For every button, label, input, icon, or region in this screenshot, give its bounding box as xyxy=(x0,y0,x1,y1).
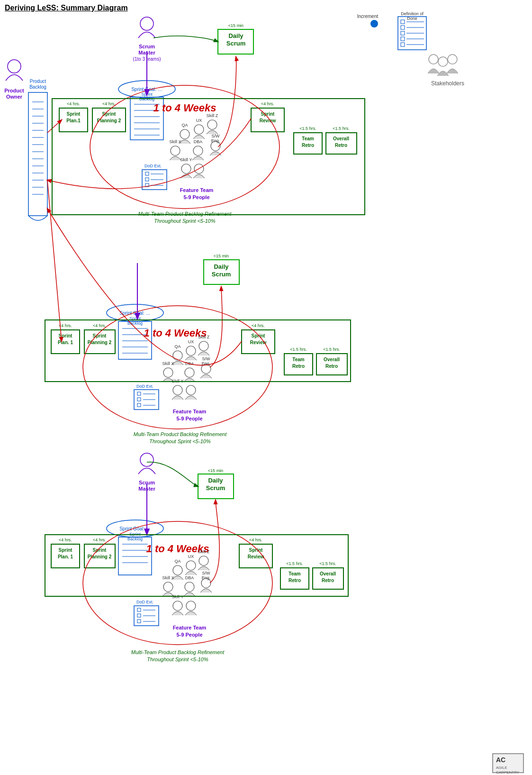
svg-point-14 xyxy=(8,60,21,73)
svg-text:<1.5 hrs.: <1.5 hrs. xyxy=(333,126,349,131)
svg-text:Review: Review xyxy=(260,118,276,123)
svg-point-128 xyxy=(186,385,196,395)
refinement-2: Multi-Team Product Backlog Refinement xyxy=(134,431,227,437)
svg-point-170 xyxy=(199,556,208,565)
svg-text:QA: QA xyxy=(181,123,188,128)
sprint-duration-1: 1 to 4 Weeks xyxy=(153,102,216,114)
svg-point-117 xyxy=(199,341,208,351)
svg-text:Skill Y: Skill Y xyxy=(180,157,192,162)
svg-point-113 xyxy=(173,351,182,360)
svg-point-166 xyxy=(173,565,182,575)
svg-text:DoD Ext.: DoD Ext. xyxy=(136,600,153,604)
svg-text:<4 hrs.: <4 hrs. xyxy=(93,323,106,328)
svg-text:Scrum: Scrum xyxy=(139,44,155,49)
svg-text:Throughout Sprint <5-10%: Throughout Sprint <5-10% xyxy=(149,438,211,444)
dod-label2: Done xyxy=(407,16,417,21)
ux-person-2: UX xyxy=(185,339,197,360)
svg-text:Eng.: Eng. xyxy=(211,138,220,143)
svg-text:<4 hrs.: <4 hrs. xyxy=(67,101,80,106)
svg-rect-183 xyxy=(137,608,141,611)
svg-text:Sprint: Sprint xyxy=(67,111,81,117)
svg-text:Overall: Overall xyxy=(333,136,349,141)
svg-text:Retro: Retro xyxy=(302,143,314,148)
svg-text:<1.5 hrs.: <1.5 hrs. xyxy=(286,561,303,566)
increment-dot xyxy=(370,20,378,27)
svg-text:Plan. 1: Plan. 1 xyxy=(58,340,73,345)
svg-text:Scrum: Scrum xyxy=(212,271,231,278)
svg-text:Eng.: Eng. xyxy=(202,575,211,580)
svg-text:Plan.1: Plan.1 xyxy=(66,118,81,123)
backlog-label2: Backlog xyxy=(29,84,46,90)
svg-point-181 xyxy=(186,601,196,611)
svg-text:<4 hrs.: <4 hrs. xyxy=(261,101,274,106)
sweng-person-3: S/W Eng. xyxy=(200,571,212,593)
svg-rect-6 xyxy=(401,37,405,41)
svg-text:Sprint Goal: …: Sprint Goal: … xyxy=(119,310,151,316)
svg-text:Skill X: Skill X xyxy=(169,139,181,144)
svg-text:Scrum: Scrum xyxy=(226,40,245,47)
svg-text:Daily: Daily xyxy=(214,263,229,270)
svg-text:DoD Ext.: DoD Ext. xyxy=(144,164,162,168)
svg-text:Retro: Retro xyxy=(325,364,338,369)
svg-text:Overall: Overall xyxy=(320,571,336,576)
svg-text:Daily: Daily xyxy=(208,477,223,484)
svg-text:CARPENTRY: CARPENTRY xyxy=(496,770,520,775)
svg-rect-0 xyxy=(401,20,405,24)
svg-rect-8 xyxy=(401,43,405,46)
dba-person-3: DBA xyxy=(184,575,195,596)
svg-point-138 xyxy=(140,453,153,466)
svg-point-126 xyxy=(173,385,182,395)
ux-person-1: UX xyxy=(193,118,205,139)
sprint-duration-2: 1 to 4 Weeks xyxy=(144,327,207,339)
svg-point-119 xyxy=(163,368,173,377)
svg-point-168 xyxy=(186,561,196,570)
svg-text:S/W: S/W xyxy=(202,356,211,361)
svg-text:Product: Product xyxy=(4,88,24,93)
svg-text:Retro: Retro xyxy=(289,578,301,583)
svg-text:<4 hrs.: <4 hrs. xyxy=(93,538,106,542)
svg-text:Retro: Retro xyxy=(335,143,347,148)
refinement-1: Multi-Team Product Backlog Refinement xyxy=(138,211,232,217)
svg-text:<4 hrs.: <4 hrs. xyxy=(59,538,72,542)
svg-text:Throughout Sprint <5-10%: Throughout Sprint <5-10% xyxy=(154,218,216,224)
skillz-person-1: Skill Z xyxy=(207,113,218,134)
svg-rect-79 xyxy=(145,172,149,175)
svg-text:UX: UX xyxy=(196,118,202,123)
svg-text:S/W: S/W xyxy=(202,571,211,575)
svg-point-64 xyxy=(194,125,204,134)
skillz-person-2: Skill Z xyxy=(198,335,210,356)
svg-point-12 xyxy=(429,55,438,64)
svg-text:UX: UX xyxy=(188,554,194,559)
dod-label: Definition of xyxy=(401,11,424,16)
skilly2-person-3 xyxy=(185,601,197,615)
svg-point-62 xyxy=(180,129,189,139)
svg-point-68 xyxy=(171,146,180,155)
svg-text:Stakeholders: Stakeholders xyxy=(431,80,464,87)
svg-text:Team: Team xyxy=(289,571,300,576)
svg-text:<15 min: <15 min xyxy=(214,254,229,258)
skillx-person-1: Skill X xyxy=(169,139,181,160)
svg-text:5-9 People: 5-9 People xyxy=(183,194,209,200)
svg-rect-130 xyxy=(137,392,141,395)
svg-text:Owner: Owner xyxy=(6,94,23,100)
svg-rect-81 xyxy=(145,178,149,181)
backlog-to-sprint2 xyxy=(47,180,62,341)
svg-text:Overall: Overall xyxy=(324,357,340,362)
svg-text:Skill Z: Skill Z xyxy=(198,335,210,339)
svg-text:<1.5 hrs.: <1.5 hrs. xyxy=(319,561,336,566)
skillz-person-3: Skill Z xyxy=(198,549,210,570)
svg-text:Retro: Retro xyxy=(292,364,305,369)
svg-text:AGILE: AGILE xyxy=(496,766,507,770)
svg-point-174 xyxy=(185,582,194,592)
svg-text:Throughout Sprint <5-10%: Throughout Sprint <5-10% xyxy=(147,656,208,662)
svg-point-115 xyxy=(186,346,196,356)
feature-team-label-3: Feature Team xyxy=(173,625,207,630)
svg-text:AC: AC xyxy=(496,756,505,764)
svg-text:Plan. 1: Plan. 1 xyxy=(58,554,73,559)
svg-text:<4 hrs.: <4 hrs. xyxy=(59,323,72,328)
svg-text:<1.5 hrs.: <1.5 hrs. xyxy=(323,347,340,352)
review2-to-backlog xyxy=(47,209,242,365)
svg-text:Skill X: Skill X xyxy=(162,575,174,580)
svg-point-75 xyxy=(181,164,191,173)
svg-text:<4 hrs.: <4 hrs. xyxy=(249,538,262,542)
